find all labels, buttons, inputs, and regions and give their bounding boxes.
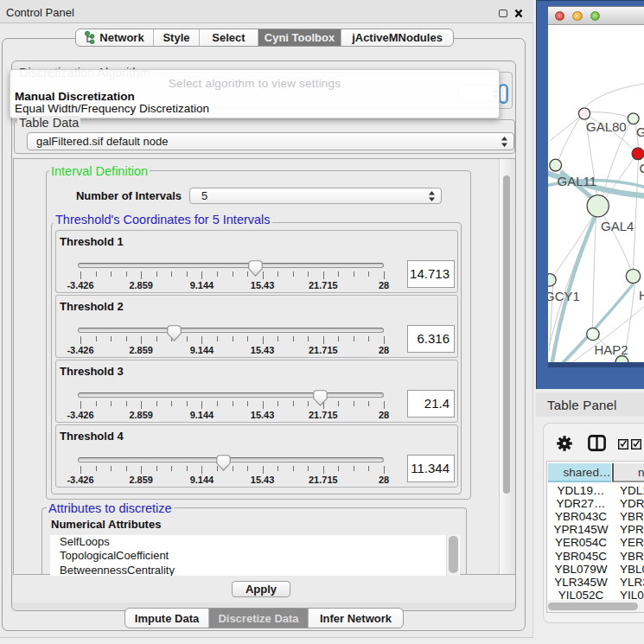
svg-text:GAL80: GAL80	[586, 119, 627, 134]
svg-text:HAP2: HAP2	[594, 341, 628, 356]
svg-text:GAL4: GAL4	[601, 218, 634, 233]
svg-text:HIS4: HIS4	[639, 287, 644, 302]
svg-text:CRM1: CRM1	[639, 161, 644, 175]
svg-text:GAL11: GAL11	[557, 173, 596, 188]
svg-text:GCY1: GCY1	[548, 288, 580, 303]
svg-text:GAL3: GAL3	[636, 124, 644, 138]
